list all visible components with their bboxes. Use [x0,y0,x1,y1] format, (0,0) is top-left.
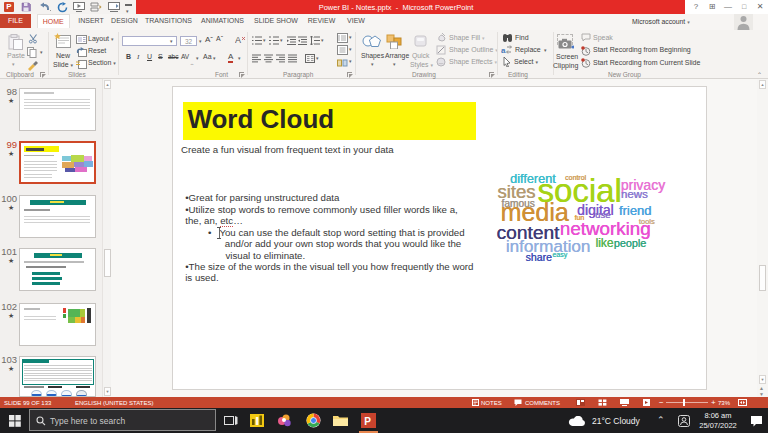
svg-text:P: P [364,416,371,427]
svg-text:a: a [501,46,506,55]
svg-text:A: A [235,35,241,45]
